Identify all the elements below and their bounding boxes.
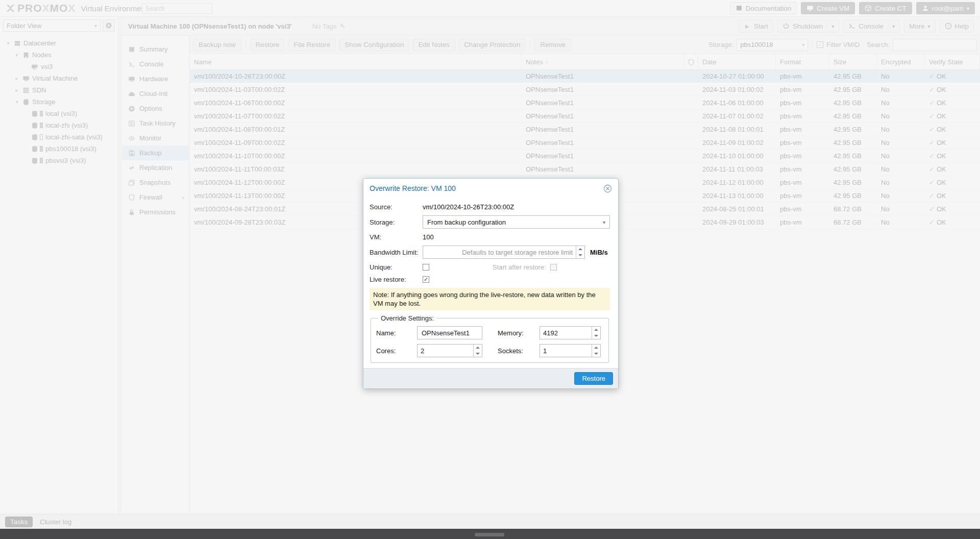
chevron-down-icon: ▾ — [603, 219, 605, 225]
live-restore-warning-note: Note: If anything goes wrong during the … — [370, 288, 610, 310]
overwrite-restore-dialog: Overwrite Restore: VM 100 Source: vm/100… — [363, 178, 619, 389]
bandwidth-limit-input[interactable] — [423, 246, 576, 258]
live-restore-checkbox[interactable] — [423, 276, 429, 283]
dialog-title: Overwrite Restore: VM 100 — [370, 184, 456, 192]
override-settings-legend: Override Settings: — [378, 314, 436, 322]
dialog-header[interactable]: Overwrite Restore: VM 100 — [363, 179, 618, 198]
source-value: vm/100/2024-10-26T23:00:00Z — [423, 203, 514, 211]
live-restore-label: Live restore: — [370, 276, 423, 283]
spinner-up-icon — [576, 246, 584, 252]
memory-input[interactable] — [540, 327, 592, 339]
dialog-restore-button[interactable]: Restore — [574, 372, 613, 385]
vm-label: VM: — [370, 233, 423, 241]
dialog-storage-label: Storage: — [370, 218, 423, 226]
spinner-buttons[interactable] — [592, 345, 600, 357]
override-settings-fieldset: Override Settings: Name: Memory: Cores: — [371, 314, 609, 363]
source-label: Source: — [370, 203, 423, 211]
bandwidth-unit-label: MiB/s — [590, 249, 608, 256]
spinner-buttons[interactable] — [576, 246, 584, 258]
dialog-footer: Restore — [363, 368, 618, 388]
vm-value: 100 — [423, 233, 434, 241]
dialog-storage-selector[interactable]: From backup configuration ▾ — [423, 215, 610, 229]
desktop-taskbar-strip — [0, 529, 980, 539]
sockets-input[interactable] — [540, 345, 592, 357]
cores-label: Cores: — [376, 347, 417, 355]
sockets-label: Sockets: — [498, 347, 540, 355]
start-after-restore-label: Start after restore: — [493, 263, 546, 271]
bandwidth-limit-label: Bandwidth Limit: — [370, 249, 423, 256]
sockets-field[interactable] — [540, 344, 601, 357]
start-after-restore-checkbox — [550, 264, 557, 271]
cores-input[interactable] — [418, 345, 473, 357]
spinner-buttons[interactable] — [592, 327, 600, 339]
spinner-buttons[interactable] — [473, 345, 482, 357]
unique-checkbox[interactable] — [423, 264, 429, 271]
name-label: Name: — [376, 329, 417, 337]
bandwidth-limit-field[interactable] — [423, 246, 585, 259]
memory-field[interactable] — [540, 326, 601, 339]
unique-label: Unique: — [370, 263, 423, 271]
memory-label: Memory: — [498, 329, 540, 337]
name-field[interactable] — [417, 326, 482, 339]
name-input[interactable] — [418, 327, 482, 339]
taskbar-hint — [475, 533, 504, 536]
close-icon[interactable] — [603, 184, 612, 193]
cores-field[interactable] — [417, 344, 482, 357]
spinner-down-icon — [576, 252, 584, 258]
